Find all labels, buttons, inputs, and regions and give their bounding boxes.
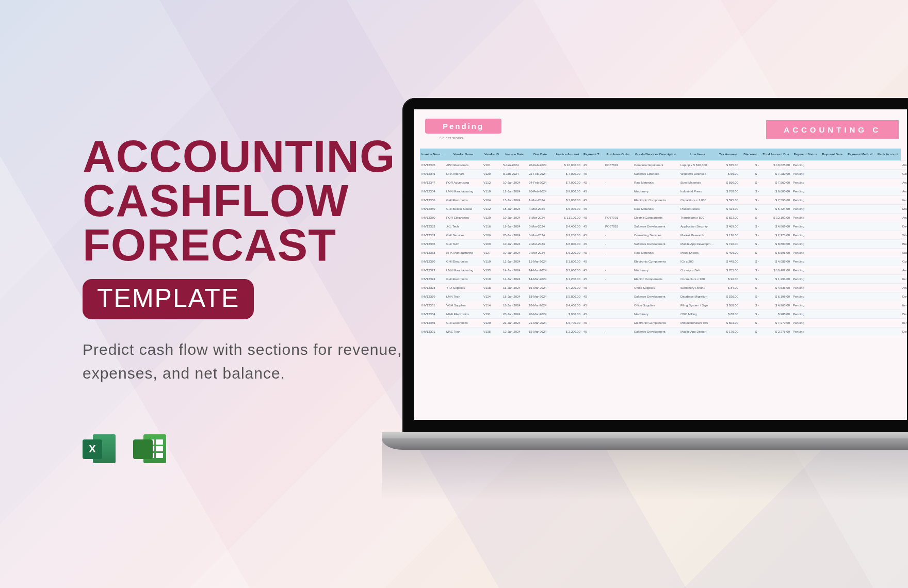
cell: 10-Jan-2024 (501, 249, 527, 257)
cell (875, 310, 901, 319)
cell: INV12356 (420, 196, 445, 205)
cell (875, 284, 901, 292)
cell (845, 214, 875, 222)
sheet-title-bar: ACCOUNTING C (766, 120, 899, 139)
cell: 45 (582, 205, 604, 214)
cell (604, 170, 633, 178)
cell (845, 161, 875, 170)
cell (845, 319, 875, 328)
cell (875, 240, 901, 249)
cell: 45 (582, 328, 604, 336)
cell: INV12373 (420, 266, 445, 275)
cell (819, 249, 845, 257)
table-row: INV12374GHI ElectronicsV11014-Jan-202414… (420, 275, 901, 284)
cell: V104 (482, 196, 501, 205)
cell (845, 257, 875, 266)
cell: $ 11,100.00 (553, 214, 582, 222)
cell: Stationery Refund (679, 284, 716, 292)
cell: V135 (482, 328, 501, 336)
title-line-2: CASHFLOW (83, 178, 402, 223)
cell (819, 328, 845, 336)
cell: $ 900.00 (553, 310, 582, 319)
table-row: INV12356GHI ElectronicsV10415-Jan-20241-… (420, 196, 901, 205)
cell: Development in progress (901, 292, 907, 301)
cell: PQR Advertising (445, 178, 482, 187)
table-row: INV12379LMN TechV12418-Jan-202418-Mar-20… (420, 292, 901, 301)
table-row: INV12381VGH SuppliesV11418-Jan-202418-Ma… (420, 301, 901, 310)
cell: $ 7,600.00 (553, 266, 582, 275)
column-header: Invoice Date (501, 149, 527, 161)
cell: Contract review in progress (901, 170, 907, 178)
cell: Steel Materials (679, 178, 716, 187)
cell (819, 214, 845, 222)
cell: $ 84.00 (716, 284, 740, 292)
cell: 45 (582, 266, 604, 275)
cell: V106 (482, 231, 501, 240)
cell: 14-Mar-2024 (527, 275, 553, 284)
cell: - (604, 231, 633, 240)
cell: 19-Jan-2024 (501, 214, 527, 222)
cell: 45 (582, 231, 604, 240)
cell: Filing System / Sign (679, 301, 716, 310)
cell: 24-Feb-2024 (527, 178, 553, 187)
cell: $ - (740, 214, 760, 222)
title-line-1: ACCOUNTING (83, 134, 402, 178)
cell: $ - (740, 301, 760, 310)
cell: - (604, 249, 633, 257)
cell (875, 222, 901, 231)
table-row: INV12365GHI TechV10910-Jan-20249-Mar-202… (420, 240, 901, 249)
cell: $ - (740, 319, 760, 328)
cell: Pending (791, 310, 819, 319)
cell (819, 196, 845, 205)
cell: $ 12,103.00 (760, 214, 791, 222)
cell: 20-Feb-2024 (527, 161, 553, 170)
laptop-bezel: Pending Select status ACCOUNTING C Invoi… (402, 98, 908, 433)
column-header: Payment Terms (Days) (582, 149, 604, 161)
column-header: Vendor Name (445, 149, 482, 161)
cell: Items out of stock (901, 196, 907, 205)
cell (819, 284, 845, 292)
cell: 45 (582, 222, 604, 231)
cell: V109 (482, 240, 501, 249)
cell: 16-Mar-2024 (527, 284, 553, 292)
table-row: INV12347PQR AdvertisingV11210-Jan-202424… (420, 178, 901, 187)
cell: V118 (482, 284, 501, 292)
column-header: Notes/Comments (901, 149, 907, 161)
cell: INV12378 (420, 284, 445, 292)
cell (875, 161, 901, 170)
cell: 15-Jan-2024 (501, 196, 527, 205)
cell: 22-Feb-2024 (527, 170, 553, 178)
cell: Machinery (633, 187, 679, 196)
cell: Electric Components (633, 214, 679, 222)
cell: GHI Electronics (445, 275, 482, 284)
hero-block: ACCOUNTING CASHFLOW FORECAST TEMPLATE Pr… (83, 134, 402, 465)
cell: $ 9,000.00 (553, 187, 582, 196)
cell: Windows Licenses (679, 170, 716, 178)
cell: Electronic Components (633, 319, 679, 328)
cell: Connectors x 300 (679, 275, 716, 284)
cell: Electronic Components (633, 257, 679, 266)
cell: INV12391 (420, 328, 445, 336)
cell: Laptop x 5 $10,000 (679, 161, 716, 170)
pending-status-pill: Pending (425, 119, 501, 134)
cell: Machinery (633, 266, 679, 275)
cell: $ 4,088.00 (760, 257, 791, 266)
cell: INV12365 (420, 240, 445, 249)
cell: Raw Materials (633, 178, 679, 187)
cell (604, 319, 633, 328)
cell: 11-Jan-2024 (501, 257, 527, 266)
cell: $ 496.00 (716, 249, 740, 257)
cell: INV12374 (420, 275, 445, 284)
cell: Pending (791, 292, 819, 301)
cell: GHI Services (445, 231, 482, 240)
cell (819, 161, 845, 170)
cell: $ 4,400.00 (553, 222, 582, 231)
cell: INV12362 (420, 222, 445, 231)
cell: Pending (791, 205, 819, 214)
cell (819, 205, 845, 214)
table-row: INV12362JKL TechV11619-Jan-20245-Mar-202… (420, 222, 901, 231)
column-header: Payment Method (845, 149, 875, 161)
table-row: INV12363GHI ServicesV10620-Jan-20246-Mar… (420, 231, 901, 240)
cell: $ 448.00 (716, 257, 740, 266)
cell: INV12368 (420, 249, 445, 257)
